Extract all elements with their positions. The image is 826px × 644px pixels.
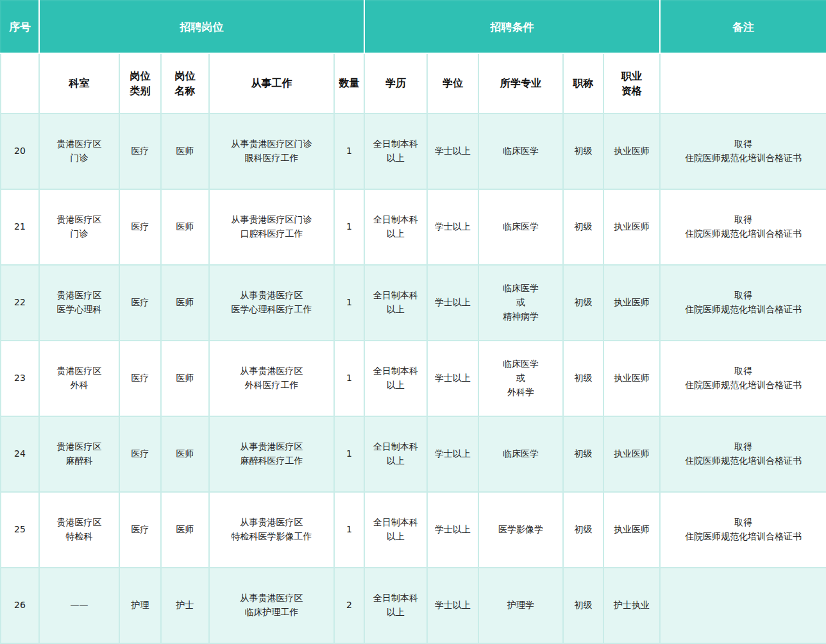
cell-position-category: 医疗 bbox=[119, 416, 161, 492]
cell-position-category: 护理 bbox=[119, 568, 161, 643]
subheader-empty-seq bbox=[1, 53, 39, 114]
cell-remark bbox=[660, 568, 826, 643]
subheader-department: 科室 bbox=[39, 53, 119, 114]
cell-education: 全日制本科 以上 bbox=[364, 492, 427, 568]
cell-title: 初级 bbox=[563, 189, 603, 265]
cell-education: 全日制本科 以上 bbox=[364, 568, 427, 643]
cell-quantity: 1 bbox=[334, 265, 364, 341]
cell-duties: 从事贵港医疗区 临床护理工作 bbox=[209, 568, 334, 643]
cell-duties: 从事贵港医疗区门诊 口腔科医疗工作 bbox=[209, 189, 334, 265]
table-row-24: 24 贵港医疗区 麻醉科 医疗 医师 从事贵港医疗区 麻醉科医疗工作 1 全日制… bbox=[1, 416, 826, 492]
cell-position-category: 医疗 bbox=[119, 114, 161, 189]
cell-department: 贵港医疗区 门诊 bbox=[39, 114, 119, 189]
cell-seq: 23 bbox=[1, 341, 39, 416]
cell-qualification: 执业医师 bbox=[603, 265, 660, 341]
cell-education: 全日制本科 以上 bbox=[364, 265, 427, 341]
cell-department: 贵港医疗区 门诊 bbox=[39, 189, 119, 265]
cell-seq: 21 bbox=[1, 189, 39, 265]
group-header-row: 序号 招聘岗位 招聘条件 备注 bbox=[1, 1, 826, 53]
cell-major: 临床医学 bbox=[478, 189, 563, 265]
cell-degree: 学士以上 bbox=[427, 416, 478, 492]
cell-department: 贵港医疗区 医学心理科 bbox=[39, 265, 119, 341]
cell-position-category: 医疗 bbox=[119, 492, 161, 568]
cell-major: 临床医学 bbox=[478, 416, 563, 492]
sub-header-row: 科室 岗位 类别 岗位 名称 从事工作 数量 学历 学位 所学专业 职称 职业 … bbox=[1, 53, 826, 114]
cell-title: 初级 bbox=[563, 492, 603, 568]
cell-position-name: 护士 bbox=[161, 568, 209, 643]
cell-major: 临床医学 或 精神病学 bbox=[478, 265, 563, 341]
cell-education: 全日制本科 以上 bbox=[364, 114, 427, 189]
cell-education: 全日制本科 以上 bbox=[364, 189, 427, 265]
cell-title: 初级 bbox=[563, 341, 603, 416]
cell-position-name: 医师 bbox=[161, 114, 209, 189]
cell-position-category: 医疗 bbox=[119, 189, 161, 265]
cell-quantity: 1 bbox=[334, 114, 364, 189]
cell-remark: 取得 住院医师规范化培训合格证书 bbox=[660, 114, 826, 189]
subheader-major: 所学专业 bbox=[478, 53, 563, 114]
subheader-education: 学历 bbox=[364, 53, 427, 114]
cell-major: 医学影像学 bbox=[478, 492, 563, 568]
cell-quantity: 1 bbox=[334, 341, 364, 416]
cell-degree: 学士以上 bbox=[427, 568, 478, 643]
cell-department: 贵港医疗区 麻醉科 bbox=[39, 416, 119, 492]
cell-department: —— bbox=[39, 568, 119, 643]
cell-seq: 25 bbox=[1, 492, 39, 568]
cell-position-category: 医疗 bbox=[119, 265, 161, 341]
cell-remark: 取得 住院医师规范化培训合格证书 bbox=[660, 265, 826, 341]
header-position-group: 招聘岗位 bbox=[39, 1, 364, 53]
cell-duties: 从事贵港医疗区 特检科医学影像工作 bbox=[209, 492, 334, 568]
cell-major: 护理学 bbox=[478, 568, 563, 643]
cell-quantity: 1 bbox=[334, 492, 364, 568]
cell-major: 临床医学 或 外科学 bbox=[478, 341, 563, 416]
cell-quantity: 2 bbox=[334, 568, 364, 643]
cell-qualification: 执业医师 bbox=[603, 189, 660, 265]
cell-qualification: 执业医师 bbox=[603, 114, 660, 189]
subheader-position-category: 岗位 类别 bbox=[119, 53, 161, 114]
cell-degree: 学士以上 bbox=[427, 189, 478, 265]
cell-qualification: 护士执业 bbox=[603, 568, 660, 643]
cell-position-name: 医师 bbox=[161, 492, 209, 568]
cell-position-name: 医师 bbox=[161, 189, 209, 265]
cell-remark: 取得 住院医师规范化培训合格证书 bbox=[660, 189, 826, 265]
subheader-qualification: 职业 资格 bbox=[603, 53, 660, 114]
subheader-title: 职称 bbox=[563, 53, 603, 114]
cell-remark: 取得 住院医师规范化培训合格证书 bbox=[660, 492, 826, 568]
table-row-26: 26 —— 护理 护士 从事贵港医疗区 临床护理工作 2 全日制本科 以上 学士… bbox=[1, 568, 826, 643]
cell-title: 初级 bbox=[563, 114, 603, 189]
subheader-degree: 学位 bbox=[427, 53, 478, 114]
header-remark: 备注 bbox=[660, 1, 826, 53]
cell-degree: 学士以上 bbox=[427, 265, 478, 341]
cell-duties: 从事贵港医疗区 麻醉科医疗工作 bbox=[209, 416, 334, 492]
cell-duties: 从事贵港医疗区 外科医疗工作 bbox=[209, 341, 334, 416]
subheader-empty-remark bbox=[660, 53, 826, 114]
header-seq: 序号 bbox=[1, 1, 39, 53]
cell-remark: 取得 住院医师规范化培训合格证书 bbox=[660, 416, 826, 492]
cell-seq: 22 bbox=[1, 265, 39, 341]
cell-title: 初级 bbox=[563, 568, 603, 643]
cell-seq: 24 bbox=[1, 416, 39, 492]
cell-title: 初级 bbox=[563, 416, 603, 492]
cell-qualification: 执业医师 bbox=[603, 492, 660, 568]
cell-major: 临床医学 bbox=[478, 114, 563, 189]
subheader-quantity: 数量 bbox=[334, 53, 364, 114]
cell-quantity: 1 bbox=[334, 416, 364, 492]
cell-position-name: 医师 bbox=[161, 341, 209, 416]
cell-position-name: 医师 bbox=[161, 416, 209, 492]
cell-department: 贵港医疗区 外科 bbox=[39, 341, 119, 416]
table-row-22: 22 贵港医疗区 医学心理科 医疗 医师 从事贵港医疗区 医学心理科医疗工作 1… bbox=[1, 265, 826, 341]
cell-education: 全日制本科 以上 bbox=[364, 416, 427, 492]
cell-title: 初级 bbox=[563, 265, 603, 341]
cell-duties: 从事贵港医疗区 医学心理科医疗工作 bbox=[209, 265, 334, 341]
cell-seq: 26 bbox=[1, 568, 39, 643]
recruitment-table: 序号 招聘岗位 招聘条件 备注 科室 岗位 类别 岗位 名称 从事工作 数量 学… bbox=[0, 0, 826, 644]
table-row-21: 21 贵港医疗区 门诊 医疗 医师 从事贵港医疗区门诊 口腔科医疗工作 1 全日… bbox=[1, 189, 826, 265]
subheader-position-name: 岗位 名称 bbox=[161, 53, 209, 114]
table-row-23: 23 贵港医疗区 外科 医疗 医师 从事贵港医疗区 外科医疗工作 1 全日制本科… bbox=[1, 341, 826, 416]
cell-seq: 20 bbox=[1, 114, 39, 189]
cell-qualification: 执业医师 bbox=[603, 416, 660, 492]
cell-quantity: 1 bbox=[334, 189, 364, 265]
cell-qualification: 执业医师 bbox=[603, 341, 660, 416]
cell-degree: 学士以上 bbox=[427, 114, 478, 189]
cell-remark: 取得 住院医师规范化培训合格证书 bbox=[660, 341, 826, 416]
subheader-duties: 从事工作 bbox=[209, 53, 334, 114]
